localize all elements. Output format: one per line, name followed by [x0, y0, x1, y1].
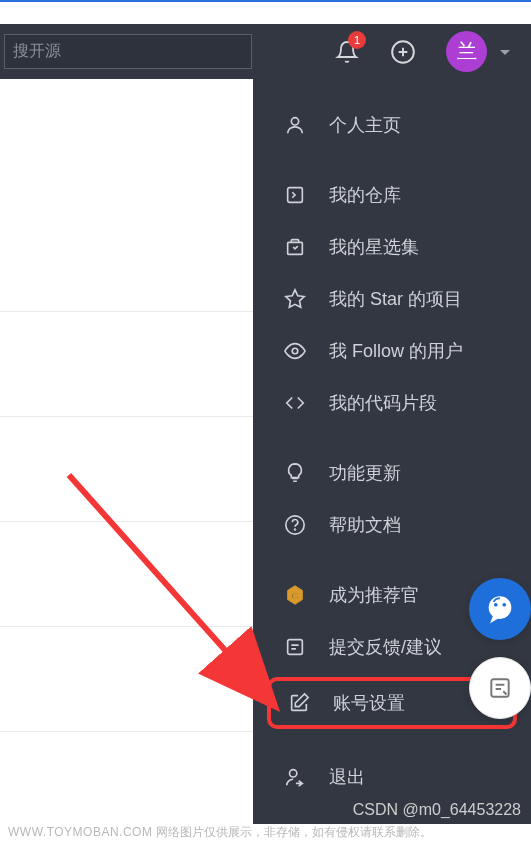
menu-item-label: 我 Follow 的用户: [329, 339, 463, 363]
menu-item-label: 提交反馈/建议: [329, 635, 442, 659]
menu-item-label: 帮助文档: [329, 513, 401, 537]
menu-item-logout[interactable]: 退出: [253, 751, 531, 803]
svg-point-17: [494, 603, 498, 607]
watermark-host: WWW.TOYMOBAN.COM: [8, 825, 152, 839]
menu-item-snippets[interactable]: 我的代码片段: [253, 377, 531, 429]
menu-item-help[interactable]: 帮助文档: [253, 499, 531, 551]
list-item[interactable]: [0, 522, 253, 627]
svg-point-3: [291, 118, 298, 125]
menu-item-following[interactable]: 我 Follow 的用户: [253, 325, 531, 377]
help-icon: [283, 513, 307, 537]
content-list: [0, 80, 253, 847]
svg-point-7: [292, 348, 298, 354]
feedback-icon: [283, 635, 307, 659]
watermark-source: WWW.TOYMOBAN.COM 网络图片仅供展示，非存储，如有侵权请联系删除。: [8, 824, 432, 841]
badge-icon: G: [283, 583, 307, 607]
browser-top-bar: [0, 0, 531, 24]
svg-point-18: [502, 603, 506, 607]
logout-icon: [283, 765, 307, 789]
star-icon: [283, 287, 307, 311]
chat-icon: [483, 592, 517, 626]
avatar: 兰: [446, 31, 487, 72]
menu-item-label: 账号设置: [333, 691, 405, 715]
collection-icon: [283, 235, 307, 259]
chevron-down-icon: [499, 43, 511, 61]
svg-point-9: [295, 529, 296, 530]
header-icons: 1 兰: [334, 31, 511, 72]
menu-item-label: 我的 Star 的项目: [329, 287, 462, 311]
svg-point-13: [290, 770, 297, 777]
menu-item-label: 我的仓库: [329, 183, 401, 207]
settings-icon: [287, 691, 311, 715]
search-box[interactable]: 搜开源: [4, 34, 252, 69]
eye-icon: [283, 339, 307, 363]
note-float-button[interactable]: [469, 657, 531, 719]
menu-item-label: 个人主页: [329, 113, 401, 137]
chat-float-button[interactable]: [469, 578, 531, 640]
menu-item-updates[interactable]: 功能更新: [253, 447, 531, 499]
menu-item-collections[interactable]: 我的星选集: [253, 221, 531, 273]
svg-marker-6: [286, 290, 304, 307]
repo-icon: [283, 183, 307, 207]
bulb-icon: [283, 461, 307, 485]
search-input-value: 搜开源: [13, 41, 61, 62]
list-item[interactable]: [0, 80, 253, 312]
person-icon: [283, 113, 307, 137]
svg-point-16: [489, 596, 512, 619]
menu-item-label: 退出: [329, 765, 365, 789]
svg-text:G: G: [291, 591, 298, 601]
notification-badge: 1: [348, 31, 366, 49]
menu-item-label: 我的代码片段: [329, 391, 437, 415]
list-item[interactable]: [0, 627, 253, 732]
menu-item-profile[interactable]: 个人主页: [253, 99, 531, 151]
watermark-text: 网络图片仅供展示，非存储，如有侵权请联系删除。: [152, 825, 431, 839]
menu-item-repos[interactable]: 我的仓库: [253, 169, 531, 221]
menu-item-starred[interactable]: 我的 Star 的项目: [253, 273, 531, 325]
menu-item-label: 我的星选集: [329, 235, 419, 259]
code-icon: [283, 391, 307, 415]
watermark-csdn: CSDN @m0_64453228: [353, 801, 521, 819]
svg-rect-12: [288, 640, 303, 655]
menu-item-label: 功能更新: [329, 461, 401, 485]
notifications-button[interactable]: 1: [334, 39, 360, 65]
app-header: 搜开源 1 兰: [0, 24, 531, 79]
note-icon: [487, 675, 513, 701]
list-item[interactable]: [0, 312, 253, 417]
add-button[interactable]: [390, 39, 416, 65]
list-item[interactable]: [0, 417, 253, 522]
menu-item-label: 成为推荐官: [329, 583, 419, 607]
avatar-menu-trigger[interactable]: 兰: [446, 31, 511, 72]
